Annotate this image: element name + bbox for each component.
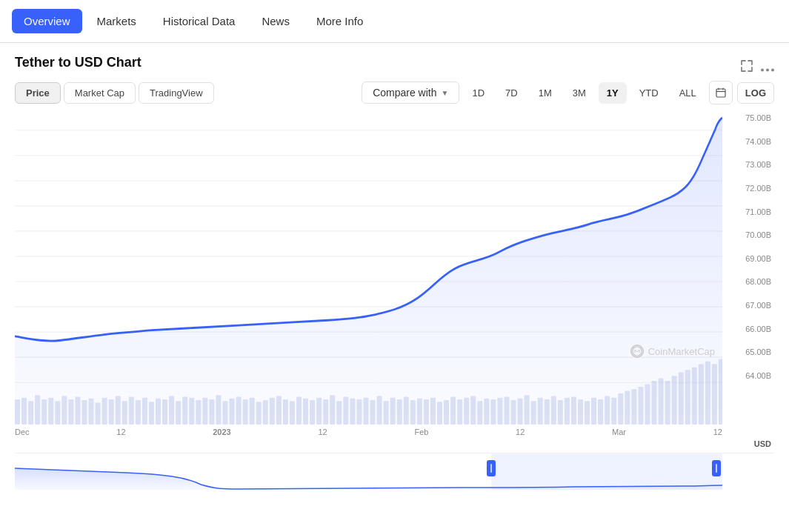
- svg-rect-41: [189, 398, 194, 425]
- svg-rect-62: [330, 395, 335, 425]
- svg-rect-66: [356, 399, 362, 425]
- svg-rect-73: [404, 397, 409, 425]
- svg-rect-36: [156, 399, 161, 425]
- usd-label: USD: [724, 439, 774, 448]
- svg-rect-118: [705, 362, 710, 425]
- svg-rect-64: [343, 397, 348, 425]
- mini-handle-left[interactable]: [487, 460, 496, 476]
- svg-rect-79: [444, 400, 449, 425]
- svg-rect-112: [665, 381, 670, 425]
- x-label-12b: 12: [318, 428, 327, 436]
- y-label-68: 68.00B: [724, 277, 774, 286]
- svg-rect-70: [384, 401, 389, 425]
- y-axis-labels: 75.00B 74.00B 73.00B 72.00B 71.00B 70.00…: [724, 113, 774, 425]
- svg-rect-25: [81, 400, 87, 425]
- x-label-feb: Feb: [414, 428, 428, 436]
- svg-rect-56: [290, 401, 295, 425]
- y-label-72: 72.00B: [724, 184, 774, 193]
- mini-chart-svg: [15, 453, 722, 490]
- svg-point-0: [761, 69, 764, 72]
- x-label-12c: 12: [516, 428, 525, 436]
- svg-rect-106: [625, 391, 630, 425]
- tab-more-info[interactable]: More Info: [304, 9, 375, 33]
- svg-rect-101: [591, 398, 596, 425]
- tab-news[interactable]: News: [250, 9, 302, 33]
- svg-rect-59: [310, 400, 315, 425]
- time-all[interactable]: ALL: [671, 82, 705, 104]
- svg-rect-15: [15, 399, 20, 425]
- mini-chart-container[interactable]: Apr Jun Aug Oct 2 2023 Mar: [15, 453, 774, 490]
- more-options-icon[interactable]: [761, 60, 774, 76]
- time-1y[interactable]: 1Y: [599, 82, 627, 104]
- market-cap-btn[interactable]: Market Cap: [64, 82, 136, 104]
- svg-rect-54: [276, 396, 282, 425]
- svg-rect-21: [55, 401, 60, 425]
- expand-icon[interactable]: [740, 59, 753, 76]
- y-label-75: 75.00B: [724, 113, 774, 122]
- svg-rect-117: [699, 364, 704, 425]
- view-controls: Price Market Cap TradingView: [15, 82, 214, 104]
- price-btn[interactable]: Price: [15, 82, 61, 104]
- coinmarketcap-logo: [630, 345, 644, 358]
- svg-rect-29: [109, 399, 114, 425]
- svg-rect-20: [48, 398, 53, 425]
- svg-rect-69: [377, 396, 382, 425]
- svg-rect-17: [28, 401, 33, 425]
- svg-rect-83: [470, 396, 476, 425]
- time-1m[interactable]: 1M: [530, 82, 560, 104]
- x-label-dec: Dec: [15, 428, 30, 436]
- time-ytd[interactable]: YTD: [631, 82, 667, 104]
- svg-rect-23: [68, 399, 73, 425]
- calendar-icon[interactable]: [709, 81, 733, 104]
- svg-rect-26: [89, 399, 94, 425]
- svg-rect-3: [716, 89, 725, 97]
- svg-rect-89: [511, 400, 516, 425]
- y-label-67: 67.00B: [724, 301, 774, 310]
- svg-rect-115: [685, 370, 690, 425]
- x-label-12d: 12: [713, 428, 722, 436]
- svg-rect-72: [397, 399, 402, 425]
- svg-rect-49: [243, 399, 248, 425]
- svg-rect-110: [652, 381, 657, 425]
- time-3m[interactable]: 3M: [565, 82, 594, 104]
- svg-rect-24: [75, 397, 80, 425]
- svg-rect-116: [692, 368, 697, 425]
- tab-overview[interactable]: Overview: [12, 9, 82, 33]
- y-label-74: 74.00B: [724, 137, 774, 146]
- svg-rect-18: [35, 395, 40, 425]
- tab-markets[interactable]: Markets: [85, 9, 148, 33]
- svg-rect-52: [263, 400, 268, 425]
- svg-rect-74: [410, 400, 416, 425]
- svg-rect-87: [497, 398, 502, 425]
- y-label-70: 70.00B: [724, 230, 774, 239]
- chevron-down-icon: ▼: [442, 89, 449, 97]
- chart-section: Tether to USD Chart Price Market Cap Tra…: [0, 43, 789, 490]
- x-label-2023: 2023: [213, 428, 230, 436]
- svg-rect-81: [457, 399, 462, 425]
- tab-historical-data[interactable]: Historical Data: [151, 9, 247, 33]
- time-1d[interactable]: 1D: [464, 82, 493, 104]
- svg-rect-107: [631, 389, 636, 425]
- svg-rect-28: [102, 398, 107, 425]
- svg-rect-95: [551, 396, 556, 425]
- svg-rect-55: [283, 399, 288, 425]
- svg-rect-85: [484, 399, 489, 425]
- controls-row: Price Market Cap TradingView Compare wit…: [15, 81, 774, 104]
- svg-rect-58: [303, 399, 308, 425]
- svg-rect-60: [316, 398, 322, 425]
- svg-rect-122: [491, 453, 722, 490]
- svg-rect-42: [196, 400, 201, 425]
- svg-rect-102: [598, 399, 603, 425]
- svg-rect-92: [531, 401, 536, 425]
- svg-point-121: [633, 347, 642, 356]
- log-btn[interactable]: LOG: [737, 82, 774, 104]
- svg-rect-119: [712, 364, 717, 425]
- time-7d[interactable]: 7D: [497, 82, 526, 104]
- compare-with-btn[interactable]: Compare with ▼: [362, 82, 459, 104]
- svg-rect-48: [236, 397, 242, 425]
- mini-handle-right[interactable]: [712, 460, 721, 476]
- y-label-69: 69.00B: [724, 254, 774, 263]
- svg-rect-75: [417, 399, 422, 425]
- svg-rect-120: [719, 359, 722, 425]
- trading-view-btn[interactable]: TradingView: [139, 82, 214, 104]
